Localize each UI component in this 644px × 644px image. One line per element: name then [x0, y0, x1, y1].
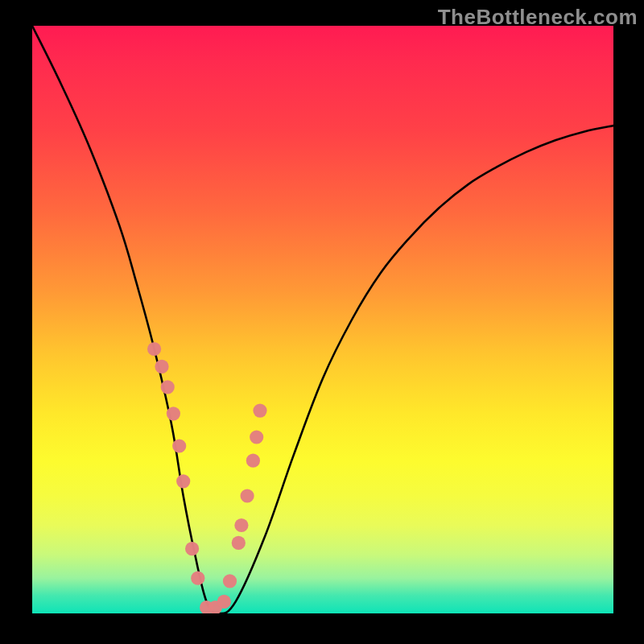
marker-dot [185, 542, 199, 555]
marker-dot [232, 536, 246, 550]
marker-dot [234, 518, 248, 532]
marker-dot [253, 404, 266, 418]
marker-dot [155, 360, 168, 374]
marker-dot [167, 407, 180, 420]
marker-dot [223, 574, 237, 588]
marker-dot [250, 430, 263, 444]
bottleneck-curve-line [32, 26, 613, 613]
marker-dot [217, 595, 231, 609]
marker-dot [246, 454, 260, 468]
marker-dot [147, 342, 161, 356]
marker-dot [241, 489, 254, 502]
marker-dot [176, 474, 190, 488]
chart-stage: TheBottleneck.com [0, 0, 644, 644]
marker-dot [191, 572, 204, 585]
plot-area [32, 26, 613, 613]
marker-dot [172, 439, 186, 452]
curve-svg [32, 26, 613, 613]
marker-dot [161, 380, 175, 394]
